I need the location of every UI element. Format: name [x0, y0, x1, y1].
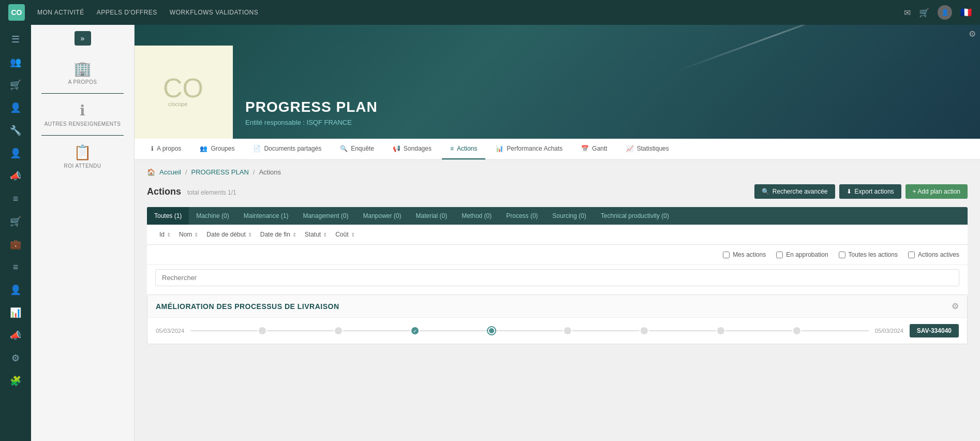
info-tab-icon: ℹ [151, 145, 154, 152]
cat-tab-material[interactable]: Material (0) [409, 207, 455, 225]
col-statut[interactable]: Statut ⇕ [301, 229, 331, 240]
tab-performance[interactable]: 📊 Performance Achats [487, 139, 571, 159]
sidebar-section-a-propos[interactable]: 🏢 A PROPOS [31, 54, 134, 91]
avatar-icon: 👤 [941, 9, 949, 16]
timeline-dot-2 [335, 327, 342, 334]
sidebar-item-users[interactable]: 👥 [4, 52, 27, 72]
sidebar-item-user2[interactable]: 👤 [4, 280, 27, 300]
advanced-search-button[interactable]: 🔍 Recherche avancée [754, 184, 835, 199]
breadcrumb-current: Actions [259, 168, 281, 176]
tab-statistiques[interactable]: 📈 Statistiques [618, 139, 677, 159]
home-icon: 🏠 [147, 168, 155, 176]
breadcrumb-parent[interactable]: PROGRESS PLAN [191, 168, 249, 176]
col-nom[interactable]: Nom ⇕ [175, 229, 202, 240]
documents-tab-icon: 📄 [253, 145, 261, 152]
cat-tab-process[interactable]: Process (0) [499, 207, 545, 225]
result-card-settings-icon[interactable]: ⚙ [952, 301, 959, 311]
sidebar-expand-button[interactable]: » [75, 31, 91, 46]
tab-a-propos[interactable]: ℹ A propos [143, 139, 189, 159]
actions-tab-icon: ≡ [450, 145, 454, 152]
timeline-date-right: 05/03/2024 [875, 328, 903, 334]
col-cout[interactable]: Coût ⇕ [331, 229, 359, 240]
nav-mon-activite[interactable]: MON ACTIVITÉ [37, 9, 84, 16]
filter-actions-actives-checkbox[interactable] [908, 252, 915, 258]
sidebar-item-profile[interactable]: 👤 [4, 143, 27, 164]
search-input[interactable] [155, 269, 959, 286]
sidebar-item-list[interactable]: ≡ [4, 188, 27, 209]
sidebar-item-gear[interactable]: ⚙ [4, 348, 27, 369]
nav-workflows[interactable]: WORKFLOWS VALIDATIONS [170, 9, 258, 16]
nav-appels-offres[interactable]: APPELS D'OFFRES [97, 9, 157, 16]
timeline: 05/03/2024 ✓ [147, 318, 967, 344]
filter-mes-actions-checkbox[interactable] [723, 252, 730, 258]
tab-sondages[interactable]: 📢 Sondages [384, 139, 440, 159]
timeline-date-left: 05/03/2024 [156, 328, 184, 334]
sort-date-fin-icon: ⇕ [292, 232, 296, 238]
add-plan-action-button[interactable]: + Add plan action [905, 184, 968, 199]
sondages-tab-icon: 📢 [393, 145, 400, 152]
sidebar-item-chart[interactable]: 📊 [4, 302, 27, 323]
cat-tab-toutes[interactable]: Toutes (1) [147, 207, 189, 225]
stats-tab-icon: 📈 [626, 145, 634, 152]
col-id[interactable]: Id ⇕ [155, 229, 175, 240]
timeline-dot-7 [717, 327, 724, 334]
timeline-dot-8 [793, 327, 800, 334]
tab-documents[interactable]: 📄 Documents partagés [245, 139, 330, 159]
app-logo[interactable]: CO [8, 4, 25, 21]
sidebar-item-cart[interactable]: 🛒 [4, 75, 27, 95]
envelope-icon[interactable]: ✉ [904, 8, 911, 18]
result-card-title: AMÉLIORATION DES PROCESSUS DE LIVRAISON [156, 302, 339, 311]
sidebar-item-puzzle[interactable]: 🧩 [4, 371, 27, 391]
second-sidebar: » 🏢 A PROPOS ℹ AUTRES RENSEIGNEMENTS 📋 R… [31, 25, 135, 441]
header-info: PROGRESS PLAN Entité responsable : ISQF … [233, 86, 390, 139]
user-avatar[interactable]: 👤 [938, 5, 952, 20]
sidebar-item-announce2[interactable]: 📣 [4, 325, 27, 346]
header-settings-icon[interactable]: ⚙ [969, 29, 976, 39]
sidebar-divider-2 [41, 135, 124, 136]
tab-actions[interactable]: ≡ Actions [442, 139, 485, 159]
col-date-debut[interactable]: Date de début ⇕ [202, 229, 256, 240]
col-date-fin[interactable]: Date de fin ⇕ [256, 229, 301, 240]
filter-en-approbation[interactable]: En approbation [776, 251, 828, 258]
sidebar-item-briefcase[interactable]: 💼 [4, 234, 27, 255]
sidebar-label-roi: ROI ATTENDU [64, 163, 101, 169]
logo-image: CO ciscope [158, 69, 210, 116]
cat-tab-sourcing[interactable]: Sourcing (0) [545, 207, 593, 225]
tab-enquete[interactable]: 🔍 Enquête [332, 139, 382, 159]
sidebar-section-roi[interactable]: 📋 ROI ATTENDU [31, 138, 134, 175]
filter-toutes-actions[interactable]: Toutes les actions [839, 251, 898, 258]
sidebar-item-orders[interactable]: 🛒 [4, 211, 27, 232]
result-card-header: AMÉLIORATION DES PROCESSUS DE LIVRAISON … [147, 295, 967, 318]
hamburger-menu[interactable]: ☰ [4, 29, 27, 50]
search-box [147, 264, 968, 290]
filter-en-approbation-checkbox[interactable] [776, 252, 783, 258]
building-icon: 🏢 [73, 60, 92, 77]
cart-icon[interactable]: 🛒 [919, 8, 929, 18]
tab-gantt[interactable]: 📅 Gantt [573, 139, 615, 159]
timeline-line-7 [649, 330, 716, 331]
cat-tab-manpower[interactable]: Manpower (0) [355, 207, 408, 225]
sidebar-item-announcements[interactable]: 📣 [4, 166, 27, 186]
cat-tab-machine[interactable]: Machine (0) [189, 207, 236, 225]
tab-groupes[interactable]: 👥 Groupes [191, 139, 243, 159]
sidebar-item-settings[interactable]: 🔧 [4, 120, 27, 141]
cat-tab-maintenance[interactable]: Maintenance (1) [236, 207, 296, 225]
breadcrumb-home[interactable]: Accueil [159, 168, 181, 176]
cat-tab-technical[interactable]: Technical productivity (0) [593, 207, 676, 225]
groups-tab-icon: 👥 [200, 145, 207, 152]
sidebar-section-autres[interactable]: ℹ AUTRES RENSEIGNEMENTS [31, 96, 134, 133]
filter-mes-actions[interactable]: Mes actions [723, 251, 766, 258]
cat-tab-method[interactable]: Method (0) [454, 207, 499, 225]
page-title: PROGRESS PLAN [245, 99, 378, 115]
filter-actions-actives[interactable]: Actions actives [908, 251, 959, 258]
actions-count: total elements 1/1 [187, 189, 236, 196]
sidebar-item-lines[interactable]: ≡ [4, 257, 27, 277]
language-flag[interactable]: 🇫🇷 [960, 7, 972, 18]
cat-tab-management[interactable]: Management (0) [295, 207, 355, 225]
export-actions-button[interactable]: ⬇ Export actions [839, 184, 901, 199]
filter-toutes-actions-checkbox[interactable] [839, 252, 845, 258]
timeline-line-5 [496, 330, 563, 331]
breadcrumb-sep-1: / [185, 168, 187, 176]
timeline-line-9 [801, 330, 869, 331]
sidebar-item-person[interactable]: 👤 [4, 97, 27, 118]
